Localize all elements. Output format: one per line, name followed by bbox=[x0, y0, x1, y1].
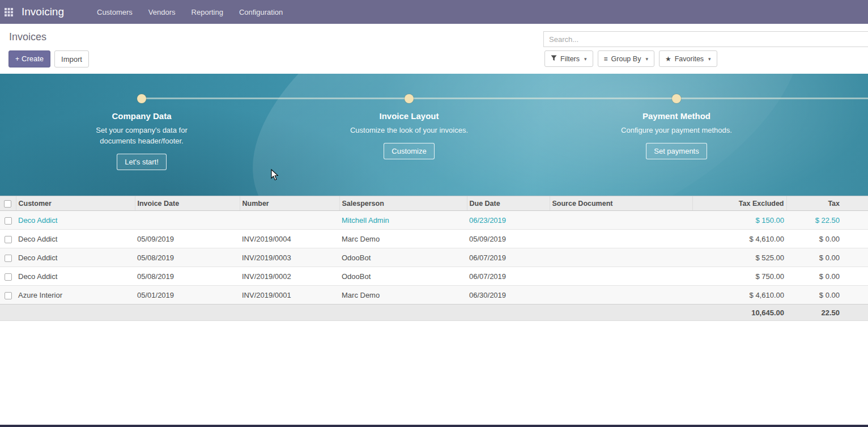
cell-tax[interactable]: $ 0.00 bbox=[786, 267, 868, 286]
cell-customer[interactable]: Deco Addict bbox=[16, 230, 135, 248]
cell-tax[interactable]: $ 0.00 bbox=[786, 230, 868, 248]
column-header-customer[interactable]: Customer bbox=[16, 196, 135, 211]
onboarding-banner: Company Data Set your company's data for… bbox=[0, 74, 868, 196]
select-all-header bbox=[0, 196, 16, 211]
select-all-checkbox[interactable] bbox=[4, 200, 11, 208]
cell-number[interactable]: INV/2019/0002 bbox=[240, 267, 339, 286]
row-checkbox[interactable] bbox=[5, 236, 12, 243]
cell-source-document[interactable] bbox=[550, 267, 692, 286]
column-header-salesperson[interactable]: Salesperson bbox=[339, 196, 467, 211]
column-header-tax[interactable]: Tax bbox=[786, 196, 868, 211]
column-header-number[interactable]: Number bbox=[240, 196, 339, 211]
column-header-source-document[interactable]: Source Document bbox=[550, 196, 692, 211]
import-button[interactable]: Import bbox=[54, 50, 89, 67]
cell-tax[interactable]: $ 0.00 bbox=[786, 286, 868, 305]
cell-tax-excluded[interactable]: $ 750.00 bbox=[692, 267, 786, 286]
cell-tax-excluded[interactable]: $ 525.00 bbox=[692, 248, 786, 267]
row-select-cell bbox=[0, 230, 16, 248]
invoice-table-body: Deco AddictMitchell Admin06/23/2019$ 150… bbox=[0, 211, 868, 305]
caret-down-icon: ▾ bbox=[584, 56, 587, 62]
table-row[interactable]: Deco Addict05/08/2019INV/2019/0002OdooBo… bbox=[0, 267, 868, 286]
cell-source-document[interactable] bbox=[550, 211, 692, 230]
column-header-due-date[interactable]: Due Date bbox=[467, 196, 550, 211]
caret-down-icon: ▾ bbox=[708, 56, 711, 62]
nav-menu-configuration[interactable]: Configuration bbox=[238, 6, 284, 19]
nav-menu-reporting[interactable]: Reporting bbox=[190, 6, 224, 19]
cell-tax[interactable]: $ 22.50 bbox=[786, 211, 868, 230]
step-dot bbox=[405, 94, 414, 103]
row-checkbox[interactable] bbox=[5, 217, 12, 225]
step-description: Configure your payment methods. bbox=[616, 125, 738, 136]
cell-salesperson[interactable]: OdooBot bbox=[339, 267, 467, 286]
lets-start-button[interactable]: Let's start! bbox=[117, 154, 167, 170]
plus-icon: + bbox=[15, 55, 19, 63]
cell-salesperson[interactable]: OdooBot bbox=[339, 248, 467, 267]
cell-salesperson[interactable]: Marc Demo bbox=[339, 230, 467, 248]
row-select-cell bbox=[0, 248, 16, 267]
row-checkbox[interactable] bbox=[5, 255, 12, 262]
app-name[interactable]: Invoicing bbox=[22, 6, 64, 18]
cell-salesperson[interactable]: Mitchell Admin bbox=[339, 211, 467, 230]
invoice-table: Customer Invoice Date Number Salesperson… bbox=[0, 196, 868, 321]
cell-invoice-date[interactable]: 05/09/2019 bbox=[135, 230, 240, 248]
step-description: Set your company's data for documents he… bbox=[81, 125, 203, 146]
window-bottom-edge bbox=[0, 425, 868, 427]
onboarding-step-payment-method: Payment Method Configure your payment me… bbox=[586, 74, 767, 159]
cell-due-date[interactable]: 06/07/2019 bbox=[467, 267, 550, 286]
cell-invoice-date[interactable]: 05/08/2019 bbox=[135, 267, 240, 286]
column-header-tax-excluded[interactable]: Tax Excluded bbox=[692, 196, 786, 211]
group-by-button[interactable]: ≡ Group By ▾ bbox=[598, 50, 654, 67]
cell-number[interactable] bbox=[240, 211, 339, 230]
cell-number[interactable]: INV/2019/0004 bbox=[240, 230, 339, 248]
control-panel: Invoices +Create Import Filters ▾ ≡ Grou… bbox=[0, 24, 868, 74]
search-input[interactable] bbox=[543, 31, 868, 47]
table-row[interactable]: Deco AddictMitchell Admin06/23/2019$ 150… bbox=[0, 211, 868, 230]
cell-due-date[interactable]: 05/09/2019 bbox=[467, 230, 550, 248]
row-select-cell bbox=[0, 267, 16, 286]
row-select-cell bbox=[0, 286, 16, 305]
cell-due-date[interactable]: 06/23/2019 bbox=[467, 211, 550, 230]
cell-invoice-date[interactable]: 05/08/2019 bbox=[135, 248, 240, 267]
apps-grid-icon[interactable] bbox=[5, 8, 13, 16]
cell-invoice-date[interactable]: 05/01/2019 bbox=[135, 286, 240, 305]
create-button[interactable]: +Create bbox=[8, 50, 50, 67]
table-row[interactable]: Azure Interior05/01/2019INV/2019/0001Mar… bbox=[0, 286, 868, 305]
cell-tax-excluded[interactable]: $ 150.00 bbox=[692, 211, 786, 230]
nav-menu-customers[interactable]: Customers bbox=[96, 6, 134, 19]
cell-number[interactable]: INV/2019/0001 bbox=[240, 286, 339, 305]
step-dot bbox=[672, 94, 681, 103]
cell-number[interactable]: INV/2019/0003 bbox=[240, 248, 339, 267]
cell-customer[interactable]: Deco Addict bbox=[16, 211, 135, 230]
cell-source-document[interactable] bbox=[550, 230, 692, 248]
filter-bar: Filters ▾ ≡ Group By ▾ ★ Favorites ▾ bbox=[544, 50, 717, 67]
table-header-row: Customer Invoice Date Number Salesperson… bbox=[0, 196, 868, 211]
star-icon: ★ bbox=[665, 55, 671, 63]
cell-due-date[interactable]: 06/30/2019 bbox=[467, 286, 550, 305]
favorites-button[interactable]: ★ Favorites ▾ bbox=[659, 50, 717, 67]
row-checkbox[interactable] bbox=[5, 292, 12, 299]
step-description: Customize the look of your invoices. bbox=[348, 125, 470, 136]
cell-due-date[interactable]: 06/07/2019 bbox=[467, 248, 550, 267]
cell-customer[interactable]: Deco Addict bbox=[16, 248, 135, 267]
cell-salesperson[interactable]: Marc Demo bbox=[339, 286, 467, 305]
set-payments-button[interactable]: Set payments bbox=[646, 143, 707, 159]
cell-source-document[interactable] bbox=[550, 286, 692, 305]
table-row[interactable]: Deco Addict05/09/2019INV/2019/0004Marc D… bbox=[0, 230, 868, 248]
cell-tax-excluded[interactable]: $ 4,610.00 bbox=[692, 230, 786, 248]
filters-button[interactable]: Filters ▾ bbox=[544, 50, 593, 67]
cell-source-document[interactable] bbox=[550, 248, 692, 267]
table-totals-row: 10,645.00 22.50 bbox=[0, 305, 868, 321]
cell-invoice-date[interactable] bbox=[135, 211, 240, 230]
cell-customer[interactable]: Deco Addict bbox=[16, 267, 135, 286]
list-icon: ≡ bbox=[604, 55, 608, 63]
row-select-cell bbox=[0, 211, 16, 230]
step-dot bbox=[137, 94, 146, 103]
cell-customer[interactable]: Azure Interior bbox=[16, 286, 135, 305]
row-checkbox[interactable] bbox=[5, 273, 12, 281]
customize-button[interactable]: Customize bbox=[384, 143, 434, 159]
cell-tax-excluded[interactable]: $ 4,610.00 bbox=[692, 286, 786, 305]
column-header-invoice-date[interactable]: Invoice Date bbox=[135, 196, 240, 211]
nav-menu-vendors[interactable]: Vendors bbox=[147, 6, 177, 19]
table-row[interactable]: Deco Addict05/08/2019INV/2019/0003OdooBo… bbox=[0, 248, 868, 267]
cell-tax[interactable]: $ 0.00 bbox=[786, 248, 868, 267]
